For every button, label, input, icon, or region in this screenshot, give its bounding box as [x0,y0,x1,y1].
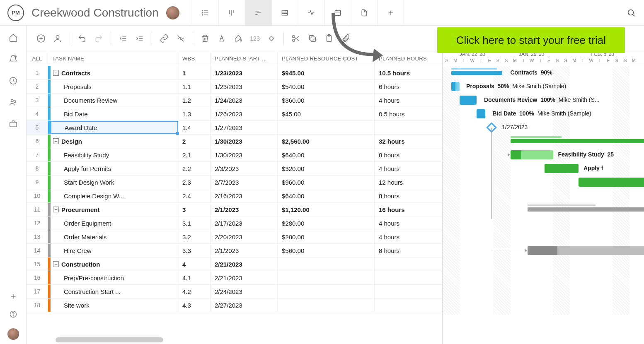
tool-link[interactable] [157,31,171,46]
planned-hours-cell[interactable] [375,257,440,271]
planned-cost-cell[interactable]: $540.00 [278,80,375,93]
view-gantt[interactable] [245,0,271,25]
col-head-planned-start[interactable]: PLANNED START ... [211,51,278,66]
planned-hours-cell[interactable]: 10.5 hours [375,66,440,79]
table-row[interactable]: 12Order Equipment3.12/17/2023$280.004 ho… [27,217,442,230]
tool-milestone[interactable] [264,31,278,46]
task-name-cell[interactable]: −Procurement [48,203,178,216]
tool-undo[interactable] [75,31,89,46]
rail-help[interactable] [9,310,17,318]
planned-start-cell[interactable]: 1/26/2023 [211,107,278,120]
collapse-toggle[interactable]: − [53,138,59,144]
wbs-cell[interactable]: 4.3 [178,298,211,312]
planned-hours-cell[interactable] [375,298,440,312]
planned-hours-cell[interactable]: 8 hours [375,189,440,202]
planned-hours-cell[interactable] [375,121,440,134]
col-head-all[interactable]: ALL [27,51,48,66]
planned-hours-cell[interactable]: 16 hours [375,203,440,216]
task-name-cell[interactable]: −Contracts [48,66,178,79]
table-row[interactable]: 16Prep/Pre-construction4.12/21/2023 [27,271,442,285]
planned-start-cell[interactable]: 2/7/2023 [211,176,278,189]
view-add[interactable] [378,0,404,25]
task-name-cell[interactable]: Feasibility Study [48,148,178,161]
tool-unlink[interactable] [174,31,188,46]
rail-notifications[interactable] [9,55,18,64]
wbs-cell[interactable]: 2.4 [178,189,211,202]
tool-attachment[interactable] [339,31,353,46]
planned-start-cell[interactable]: 2/21/2023 [211,271,278,284]
wbs-cell[interactable]: 2 [178,135,211,148]
planned-cost-cell[interactable]: $945.00 [278,66,375,79]
planned-hours-cell[interactable] [375,285,440,298]
tool-outdent[interactable] [116,31,130,46]
task-name-cell[interactable]: Prep/Pre-construction [48,271,178,284]
planned-start-cell[interactable]: 2/1/2023 [211,244,278,257]
planned-hours-cell[interactable]: 4 hours [375,217,440,230]
planned-cost-cell[interactable]: $320.00 [278,162,375,175]
planned-cost-cell[interactable]: $45.00 [278,107,375,120]
wbs-cell[interactable]: 1.4 [178,121,211,134]
task-name-cell[interactable]: Proposals [48,80,178,93]
planned-start-cell[interactable]: 2/16/2023 [211,189,278,202]
planned-cost-cell[interactable] [278,298,375,312]
wbs-cell[interactable]: 1 [178,66,211,79]
task-name-cell[interactable]: Start Design Work [48,176,178,189]
task-name-cell[interactable]: Complete Design W... [48,189,178,202]
planned-cost-cell[interactable]: $640.00 [278,148,375,161]
planned-start-cell[interactable]: 2/3/2023 [211,162,278,175]
collapse-toggle[interactable]: − [53,207,59,212]
wbs-cell[interactable]: 3.1 [178,217,211,230]
task-name-cell[interactable]: Apply for Permits [48,162,178,175]
table-row[interactable]: 6−Design21/30/2023$2,560.0032 hours [27,135,442,148]
planned-cost-cell[interactable]: $640.00 [278,189,375,202]
view-activity[interactable] [298,0,324,25]
planned-start-cell[interactable]: 1/30/2023 [211,148,278,161]
tool-redo[interactable] [92,31,106,46]
view-board[interactable] [218,0,245,25]
project-avatar[interactable] [166,6,179,19]
col-head-wbs[interactable]: WBS [178,51,211,66]
planned-start-cell[interactable]: 2/20/2023 [211,230,278,243]
collapse-toggle[interactable]: − [53,70,59,76]
collapse-toggle[interactable]: − [53,261,59,267]
planned-cost-cell[interactable] [278,285,375,298]
tool-percent[interactable]: 123 [248,31,262,46]
task-name-cell[interactable]: Construction Start ... [48,285,178,298]
planned-cost-cell[interactable]: $2,560.00 [278,135,375,148]
rail-team[interactable] [9,98,18,107]
planned-hours-cell[interactable]: 32 hours [375,135,440,148]
planned-start-cell[interactable]: 2/24/2023 [211,285,278,298]
rail-home[interactable] [9,33,18,42]
task-name-cell[interactable]: Site work [48,298,178,312]
table-row[interactable]: 2Proposals1.11/23/2023$540.006 hours [27,80,442,94]
table-row[interactable]: 7Feasibility Study2.11/30/2023$640.008 h… [27,148,442,162]
wbs-cell[interactable]: 1.1 [178,80,211,93]
app-logo[interactable]: PM [7,5,24,21]
planned-hours-cell[interactable]: 4 hours [375,94,440,107]
planned-start-cell[interactable]: 2/1/2023 [211,203,278,216]
tool-indent[interactable] [133,31,147,46]
project-title[interactable]: Creekwood Construction [31,6,159,19]
wbs-cell[interactable]: 1.3 [178,107,211,120]
view-files[interactable] [351,0,378,25]
col-head-planned-cost[interactable]: PLANNED RESOURCE COST [278,51,375,66]
table-row[interactable]: 1−Contracts11/23/2023$945.0010.5 hours [27,66,442,80]
planned-start-cell[interactable]: 1/23/2023 [211,66,278,79]
view-list[interactable] [192,0,218,25]
planned-cost-cell[interactable]: $960.00 [278,176,375,189]
planned-hours-cell[interactable]: 0.5 hours [375,107,440,120]
tool-fill-color[interactable] [231,31,245,46]
wbs-cell[interactable]: 2.3 [178,176,211,189]
task-name-cell[interactable]: Documents Review [48,94,178,107]
tool-copy[interactable] [305,31,320,46]
planned-start-cell[interactable]: 2/17/2023 [211,217,278,230]
planned-cost-cell[interactable]: $280.00 [278,230,375,243]
tool-add-task[interactable] [34,31,48,46]
task-name-cell[interactable]: −Design [48,135,178,148]
table-row[interactable]: 8Apply for Permits2.22/3/2023$320.004 ho… [27,162,442,176]
wbs-cell[interactable]: 4 [178,257,211,271]
cta-banner[interactable]: Click here to start your free trial [437,27,625,53]
col-head-task-name[interactable]: TASK NAME [48,51,178,66]
wbs-cell[interactable]: 2.2 [178,162,211,175]
col-head-planned-hours[interactable]: PLANNED HOURS [375,51,440,66]
